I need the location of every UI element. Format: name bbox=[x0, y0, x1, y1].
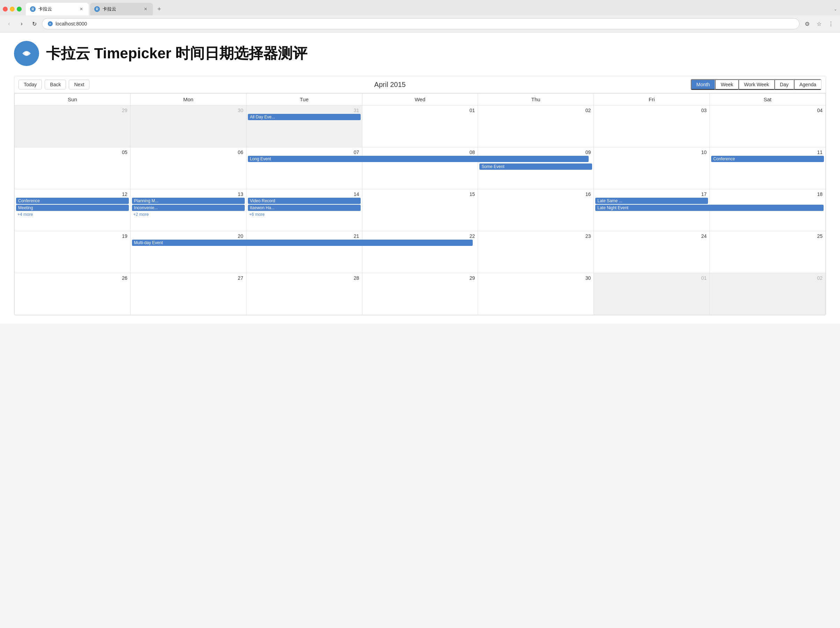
day-number: 23 bbox=[479, 233, 592, 240]
event-conference-apr11[interactable]: Conference bbox=[711, 156, 824, 162]
day-number: 22 bbox=[364, 233, 477, 240]
calendar-widget: Today Back Next April 2015 Month Week Wo… bbox=[14, 76, 826, 315]
day-cell-apr02: 02 bbox=[478, 106, 594, 147]
tab-close-button[interactable]: ✕ bbox=[78, 6, 84, 12]
day-cell-mar29: 29 bbox=[15, 106, 131, 147]
day-number: 19 bbox=[16, 233, 129, 240]
day-cell-apr12: 12 Conference Meeting +4 more bbox=[15, 189, 131, 231]
back-button[interactable]: ‹ bbox=[4, 19, 14, 28]
day-number: 11 bbox=[711, 149, 824, 156]
address-bar[interactable]: R localhost:8000 bbox=[42, 18, 799, 29]
svg-point-1 bbox=[24, 51, 28, 55]
event-allday[interactable]: All Day Eve... bbox=[248, 114, 361, 120]
page-header: 卡拉云 Timepicker 时间日期选择器测评 bbox=[14, 41, 826, 66]
day-number: 10 bbox=[595, 149, 708, 156]
tab-favicon-2: R bbox=[94, 6, 100, 12]
toolbar-icons: ⚙ ☆ ⋮ bbox=[802, 19, 836, 28]
day-number: 12 bbox=[16, 191, 129, 198]
traffic-lights bbox=[3, 6, 22, 11]
day-cell-apr15: 15 bbox=[362, 189, 478, 231]
day-number: 03 bbox=[595, 107, 708, 114]
day-cell-apr09: 09 Some Event bbox=[478, 147, 594, 189]
refresh-button[interactable]: ↻ bbox=[29, 19, 39, 28]
maximize-window-button[interactable] bbox=[17, 6, 22, 11]
active-tab[interactable]: R 卡拉云 ✕ bbox=[26, 3, 89, 15]
tab-favicon: R bbox=[30, 6, 36, 12]
inactive-tab[interactable]: R 卡拉云 ✕ bbox=[90, 3, 153, 15]
day-number: 25 bbox=[711, 233, 824, 240]
event-conference-apr12[interactable]: Conference bbox=[16, 198, 129, 204]
event-meeting[interactable]: Meeting bbox=[16, 205, 129, 211]
header-thu: Thu bbox=[478, 93, 594, 106]
tab-title-2: 卡拉云 bbox=[103, 6, 140, 12]
event-late-same[interactable]: Late Same ... bbox=[595, 198, 708, 204]
day-cell-apr10: 10 bbox=[594, 147, 710, 189]
header-fri: Fri bbox=[594, 93, 710, 106]
day-number: 01 bbox=[364, 107, 477, 114]
close-window-button[interactable] bbox=[3, 6, 8, 11]
day-cell-may01: 01 bbox=[594, 273, 710, 315]
minimize-window-button[interactable] bbox=[10, 6, 15, 11]
more-link-apr14[interactable]: +6 more bbox=[248, 212, 361, 217]
week-row-5: 26 27 28 29 30 01 bbox=[15, 273, 826, 315]
header-tue: Tue bbox=[246, 93, 362, 106]
event-late-night[interactable]: Late Night Event bbox=[595, 205, 824, 211]
event-inconvenient[interactable]: Inconvenie... bbox=[132, 205, 245, 211]
event-long-event[interactable]: Long Event bbox=[248, 156, 589, 162]
month-view-button[interactable]: Month bbox=[691, 79, 715, 90]
day-number: 24 bbox=[595, 233, 708, 240]
weekday-header-row: Sun Mon Tue Wed Thu Fri Sat bbox=[15, 93, 826, 106]
day-cell-apr24: 24 bbox=[594, 231, 710, 273]
workweek-view-button[interactable]: Work Week bbox=[738, 79, 774, 90]
day-cell-apr16: 16 bbox=[478, 189, 594, 231]
day-cell-apr07: 07 Long Event bbox=[246, 147, 362, 189]
day-cell-apr03: 03 bbox=[594, 106, 710, 147]
header-sun: Sun bbox=[15, 93, 131, 106]
event-multiday[interactable]: Multi-day Event bbox=[132, 240, 473, 246]
tab-title: 卡拉云 bbox=[38, 6, 76, 12]
event-itaewon[interactable]: Itaewon Ha... bbox=[248, 205, 361, 211]
day-cell-apr01: 01 bbox=[362, 106, 478, 147]
today-button[interactable]: Today bbox=[19, 80, 42, 89]
day-cell-apr04: 04 bbox=[710, 106, 826, 147]
day-number: 06 bbox=[132, 149, 245, 156]
week-view-button[interactable]: Week bbox=[715, 79, 738, 90]
day-cell-apr17: 17 Late Same ... Late Night Event bbox=[594, 189, 710, 231]
day-cell-apr22: 22 bbox=[362, 231, 478, 273]
day-cell-apr19: 19 bbox=[15, 231, 131, 273]
more-link-apr13[interactable]: +2 more bbox=[132, 212, 245, 217]
day-number: 02 bbox=[711, 275, 824, 282]
week-row-1: 29 30 31 All Day Eve... 01 02 bbox=[15, 106, 826, 147]
next-button-cal[interactable]: Next bbox=[69, 80, 89, 89]
day-number: 29 bbox=[364, 275, 477, 282]
logo-icon bbox=[14, 41, 39, 66]
day-number: 16 bbox=[479, 191, 592, 198]
day-cell-apr08: 08 bbox=[362, 147, 478, 189]
tab-close-button-2[interactable]: ✕ bbox=[142, 6, 149, 12]
tab-expand-button[interactable]: ⌄ bbox=[834, 6, 837, 11]
header-sat: Sat bbox=[710, 93, 826, 106]
event-planning[interactable]: Planning M... bbox=[132, 198, 245, 204]
back-button-cal[interactable]: Back bbox=[45, 80, 66, 89]
extensions-icon[interactable]: ⚙ bbox=[802, 19, 812, 28]
tab-bar: R 卡拉云 ✕ R 卡拉云 ✕ + ⌄ bbox=[0, 0, 840, 15]
day-view-button[interactable]: Day bbox=[774, 79, 794, 90]
event-some-event[interactable]: Some Event bbox=[479, 163, 592, 170]
day-number: 27 bbox=[132, 275, 245, 282]
bookmark-icon[interactable]: ☆ bbox=[814, 19, 824, 28]
day-number: 28 bbox=[248, 275, 361, 282]
event-video-record[interactable]: Video Record bbox=[248, 198, 361, 204]
browser-chrome: R 卡拉云 ✕ R 卡拉云 ✕ + ⌄ ‹ › ↻ R localhost:80… bbox=[0, 0, 840, 33]
day-number: 20 bbox=[132, 233, 245, 240]
calendar-header: Today Back Next April 2015 Month Week Wo… bbox=[14, 76, 826, 93]
menu-icon[interactable]: ⋮ bbox=[826, 19, 836, 28]
new-tab-button[interactable]: + bbox=[154, 4, 164, 14]
day-number: 26 bbox=[16, 275, 129, 282]
agenda-view-button[interactable]: Agenda bbox=[794, 79, 821, 90]
forward-button[interactable]: › bbox=[17, 19, 27, 28]
day-cell-apr13: 13 Planning M... Inconvenie... +2 more bbox=[130, 189, 246, 231]
calendar-period-title: April 2015 bbox=[92, 81, 687, 89]
more-link-apr12[interactable]: +4 more bbox=[16, 212, 129, 217]
day-cell-apr29: 29 bbox=[362, 273, 478, 315]
day-cell-mar30: 30 bbox=[130, 106, 246, 147]
